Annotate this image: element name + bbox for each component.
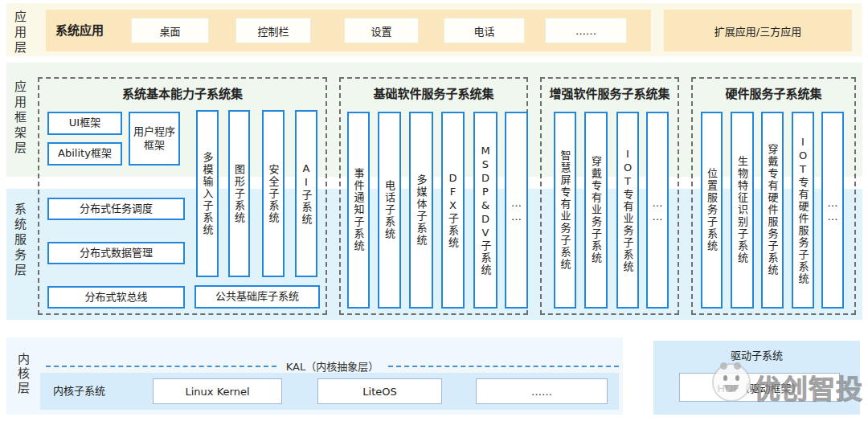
- subsystem-bar-label: IOT专有业务子系统: [623, 148, 633, 273]
- node-ui-framework: UI框架: [47, 112, 122, 135]
- app-item-desktop: 桌面: [131, 18, 209, 43]
- harmonyos-architecture-diagram: 应用层 系统应用 桌面 控制栏 设置 电话 …… 扩展应用/三方应用 应用框架层…: [0, 0, 868, 421]
- kernel-box-linux: Linux Kernel: [153, 378, 282, 404]
- kal-dash-right: [388, 366, 619, 367]
- subsystem-bar: 事件通知子系统: [347, 112, 370, 309]
- subsystem-bar-label: DFX子系统: [448, 172, 458, 249]
- subsystem-bar: DFX子系统: [441, 112, 465, 309]
- subsystem-bar-label: AI子系统: [301, 162, 312, 226]
- app-item-control-bar: 控制栏: [235, 18, 311, 43]
- group-title: 基础软件服务子系统集: [341, 84, 526, 101]
- kal-divider: KAL（内核抽象层）: [46, 358, 619, 374]
- system-apps-container: 系统应用 桌面 控制栏 设置 电话 ……: [46, 10, 651, 51]
- group-title: 硬件服务子系统集: [693, 84, 854, 101]
- driver-subsystem-title: 驱动子系统: [653, 347, 860, 362]
- subsystem-bar-label: 位置服务子系统: [706, 168, 717, 252]
- subsystem-bar: MSDP&DV子系统: [473, 112, 497, 309]
- subsystem-bar-label: ……: [511, 197, 522, 224]
- driver-hdf-box: HDF（驱动框架）: [679, 373, 840, 402]
- subsystem-bar: 生物特征识别子系统: [731, 112, 754, 309]
- subsystem-bar: 位置服务子系统: [701, 112, 723, 309]
- kal-dash-left: [46, 366, 276, 367]
- app-item-phone: 电话: [444, 18, 525, 43]
- subsystem-bar: 穿戴专有业务子系统: [584, 112, 608, 309]
- group-title: 增强软件服务子系统集: [542, 84, 678, 101]
- kal-label: KAL（内核抽象层）: [276, 358, 388, 374]
- label-framework-layer: 应用框架层: [13, 80, 25, 157]
- driver-subsystem-panel: 驱动子系统 HDF（驱动框架）: [653, 341, 860, 415]
- subsystem-bar: IOT专有硬件服务子系统: [792, 112, 814, 309]
- node-distributed-task: 分布式任务调度: [47, 198, 185, 220]
- subsystem-bar: 多模输入子系统: [196, 110, 219, 277]
- subsystem-bar: AI子系统: [295, 110, 317, 277]
- subsystem-bar-label: 生物特征识别子系统: [737, 156, 747, 264]
- kernel-subsystem-label: 内核子系统: [53, 373, 105, 410]
- group-basic-software-services: 基础软件服务子系统集 事件通知子系统 电话子系统 多媒体子系统 DFX子系统 M…: [339, 77, 528, 315]
- subsystem-bar-label: 电话子系统: [384, 180, 395, 240]
- node-distributed-data: 分布式数据管理: [47, 242, 185, 264]
- subsystem-bar: 智慧屏专有业务子系统: [554, 112, 576, 309]
- subsystem-bar: ……: [821, 112, 844, 309]
- kernel-box-liteos: LiteOS: [317, 378, 442, 404]
- subsystem-bar-label: IOT专有硬件服务子系统: [798, 136, 809, 285]
- subsystem-bar-label: ……: [653, 197, 663, 224]
- kernel-subsystem-row: 内核子系统 Linux Kernel LiteOS ……: [40, 373, 619, 410]
- app-item-settings: 设置: [344, 18, 419, 43]
- extended-apps-box: 扩展应用/三方应用: [664, 10, 852, 51]
- node-user-program-framework: 用户程序框架: [129, 112, 180, 166]
- subsystem-bar: 图形子系统: [228, 110, 250, 277]
- subsystem-bar-label: 多模输入子系统: [203, 152, 213, 236]
- subsystem-bar-label: 穿戴专有硬件服务子系统: [768, 144, 778, 276]
- app-item-ellipsis: ……: [545, 18, 627, 43]
- subsystem-bar: 安全子系统: [262, 110, 285, 277]
- label-app-layer: 应用层: [13, 10, 25, 56]
- group-hardware-services: 硬件服务子系统集 位置服务子系统 生物特征识别子系统 穿戴专有硬件服务子系统 I…: [691, 77, 856, 315]
- group-title: 系统基本能力子系统集: [39, 84, 326, 101]
- group-basic-capability: 系统基本能力子系统集 UI框架 Ability框架 用户程序框架 分布式任务调度…: [38, 77, 327, 315]
- subsystem-bar: 多媒体子系统: [409, 112, 433, 309]
- subsystem-bar: IOT专有业务子系统: [616, 112, 639, 309]
- label-kernel-layer: 内核层: [16, 353, 28, 396]
- subsystem-bar-label: 安全子系统: [268, 164, 279, 224]
- group-enhanced-software-services: 增强软件服务子系统集 智慧屏专有业务子系统 穿戴专有业务子系统 IOT专有业务子…: [540, 77, 679, 315]
- subsystem-bar: ……: [505, 112, 528, 309]
- node-ability-framework: Ability框架: [47, 142, 122, 166]
- label-service-layer: 系统服务层: [13, 202, 25, 279]
- node-common-library: 公共基础库子系统: [194, 285, 320, 309]
- subsystem-bar-label: 事件通知子系统: [354, 168, 364, 252]
- subsystem-bar: 穿戴专有硬件服务子系统: [761, 112, 784, 309]
- subsystem-bar-label: ……: [828, 197, 838, 224]
- subsystem-bar-label: MSDP&DV子系统: [481, 145, 491, 276]
- subsystem-bar-label: 智慧屏专有业务子系统: [560, 150, 571, 271]
- subsystem-bar-label: 图形子系统: [234, 164, 244, 224]
- subsystem-bar-label: 穿戴专有业务子系统: [591, 156, 601, 264]
- subsystem-bar: ……: [646, 112, 669, 309]
- system-apps-label: 系统应用: [55, 10, 104, 51]
- kernel-box-ellipsis: ……: [476, 378, 608, 404]
- subsystem-bar-label: 多媒体子系统: [416, 174, 427, 247]
- node-distributed-bus: 分布式软总线: [47, 286, 185, 309]
- subsystem-bar: 电话子系统: [378, 112, 401, 309]
